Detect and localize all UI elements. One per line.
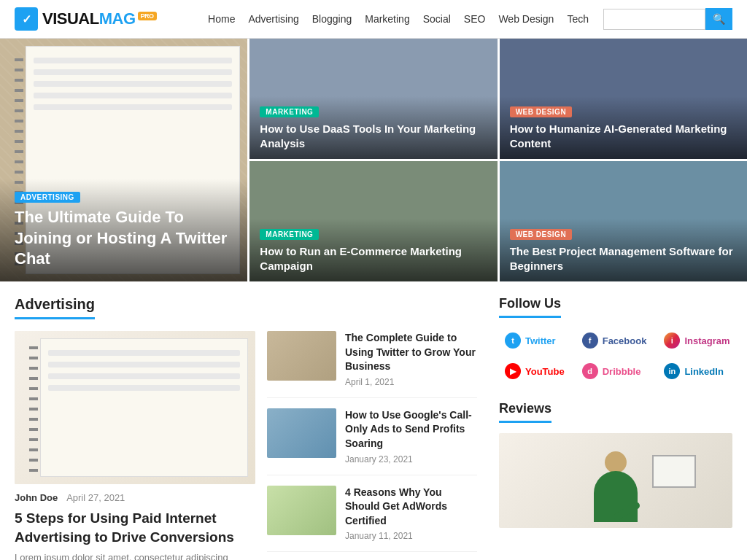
line — [48, 362, 240, 368]
hero-main-overlay: ADVERTISING The Ultimate Guide To Joinin… — [0, 179, 247, 281]
person-body — [594, 471, 638, 522]
social-icon-facebook: f — [582, 332, 598, 349]
article-item[interactable]: SEO is Turning into a Questions and Answ… — [267, 552, 477, 560]
social-label: LinkedIn — [684, 366, 723, 377]
hero-title: How to Humanize AI-Generated Marketing C… — [510, 122, 737, 150]
main-article-title[interactable]: 5 Steps for Using Paid Internet Advertis… — [15, 509, 255, 546]
article-date: April 1, 2021 — [345, 377, 477, 387]
hero-grid: ADVERTISING The Ultimate Guide To Joinin… — [0, 39, 747, 281]
article-info: The Complete Guide to Using Twitter to G… — [345, 331, 477, 387]
line — [34, 81, 232, 87]
follow-us-heading: Follow Us — [499, 296, 561, 318]
reviews-heading: Reviews — [499, 401, 551, 423]
hero-main-title: The Ultimate Guide To Joining or Hosting… — [15, 207, 233, 270]
line — [48, 350, 240, 356]
hero-card-3[interactable]: WEB DESIGN The Best Project Management S… — [500, 161, 747, 281]
article-date: January 23, 2021 — [345, 454, 477, 464]
nav-item-tech[interactable]: Tech — [567, 13, 589, 25]
main-article-area: John Doe April 27, 2021 5 Steps for Usin… — [15, 331, 255, 560]
logo-checkmark: ✓ — [22, 12, 31, 26]
article-info: How to Use Google's Call-Only Ads to Sen… — [345, 408, 477, 464]
article-thumbnail — [267, 331, 336, 381]
notebook-visual — [15, 331, 255, 484]
article-author: John Doe — [15, 492, 58, 503]
page — [40, 338, 248, 477]
whiteboard — [652, 455, 696, 488]
nav-item-blogging[interactable]: Blogging — [312, 13, 352, 25]
social-icon-youtube: ▶ — [505, 363, 521, 379]
search-icon: 🔍 — [713, 13, 725, 25]
reviews-image — [499, 433, 732, 528]
content-area: Advertising — [0, 296, 747, 560]
article-thumbnail — [267, 486, 336, 535]
search-area: 🔍 — [603, 8, 732, 30]
article-item[interactable]: The Complete Guide to Using Twitter to G… — [267, 331, 477, 398]
hero-main-tag: ADVERTISING — [15, 192, 80, 203]
search-input[interactable] — [603, 9, 705, 30]
hero-tag: WEB DESIGN — [510, 106, 572, 117]
advertising-heading: Advertising — [15, 296, 95, 319]
logo-pro-badge: PRO — [138, 12, 157, 20]
article-title[interactable]: How to Use Google's Call-Only Ads to Sen… — [345, 408, 477, 451]
social-label: Facebook — [603, 335, 647, 346]
line — [48, 385, 240, 391]
nav-item-advertising[interactable]: Advertising — [248, 13, 298, 25]
article-item[interactable]: How to Use Google's Call-Only Ads to Sen… — [267, 398, 477, 475]
social-btn-facebook[interactable]: f Facebook — [576, 328, 653, 353]
spiral — [29, 339, 38, 477]
logo[interactable]: ✓ VISUALMAGPRO — [15, 7, 157, 31]
nav-item-home[interactable]: Home — [208, 13, 235, 25]
social-btn-linkedin[interactable]: in LinkedIn — [658, 359, 735, 384]
hero-card-1[interactable]: WEB DESIGN How to Humanize AI-Generated … — [500, 39, 747, 159]
logo-icon: ✓ — [15, 7, 38, 31]
hero-card-0[interactable]: MARKETING How to Use DaaS Tools In Your … — [249, 39, 497, 159]
notebook-image — [15, 331, 255, 484]
article-date: April 27, 2021 — [66, 492, 125, 503]
thumb-image — [267, 331, 336, 381]
social-btn-youtube[interactable]: ▶ YouTube — [499, 359, 570, 384]
search-button[interactable]: 🔍 — [705, 8, 732, 30]
social-icon-dribbble: d — [582, 363, 598, 379]
lines — [41, 339, 247, 408]
header: ✓ VISUALMAGPRO HomeAdvertisingBloggingMa… — [0, 0, 747, 39]
advertising-section: Advertising — [15, 296, 477, 560]
thumb-image — [267, 486, 336, 535]
article-date: January 11, 2021 — [345, 531, 477, 541]
social-btn-instagram[interactable]: i Instagram — [658, 328, 735, 353]
line — [34, 58, 232, 63]
hero-overlay: WEB DESIGN The Best Project Management S… — [500, 219, 747, 281]
person-arm — [612, 501, 641, 522]
hero-overlay: MARKETING How to Run an E-Commerce Marke… — [249, 219, 497, 281]
hero-tag: MARKETING — [260, 106, 319, 117]
hero-title: How to Use DaaS Tools In Your Marketing … — [260, 122, 487, 150]
logo-mag: MAG — [99, 9, 136, 28]
sidebar: Follow Us t Twitter f Facebook i Instagr… — [499, 296, 732, 560]
social-icon-twitter: t — [505, 332, 521, 349]
social-btn-twitter[interactable]: t Twitter — [499, 328, 570, 353]
article-title[interactable]: The Complete Guide to Using Twitter to G… — [345, 331, 477, 374]
social-label: YouTube — [525, 366, 565, 377]
nav-item-web-design[interactable]: Web Design — [498, 13, 554, 25]
article-list: The Complete Guide to Using Twitter to G… — [267, 331, 477, 560]
hero-tag: MARKETING — [260, 229, 319, 240]
reviews-person — [499, 433, 732, 528]
nav-item-social[interactable]: Social — [423, 13, 451, 25]
article-thumbnail — [267, 408, 336, 458]
hero-main-card[interactable]: ADVERTISING The Ultimate Guide To Joinin… — [0, 39, 247, 281]
main-column: Advertising — [15, 296, 477, 560]
nav-item-marketing[interactable]: Marketing — [365, 13, 409, 25]
nav-item-seo[interactable]: SEO — [464, 13, 486, 25]
line — [48, 373, 240, 379]
social-btn-dribbble[interactable]: d Dribbble — [576, 359, 653, 384]
follow-us-section: Follow Us t Twitter f Facebook i Instagr… — [499, 296, 732, 384]
hero-tag: WEB DESIGN — [510, 229, 572, 240]
hero-title: The Best Project Management Software for… — [510, 244, 737, 273]
social-label: Dribbble — [603, 366, 641, 377]
article-item[interactable]: 4 Reasons Why You Should Get AdWords Cer… — [267, 475, 477, 553]
reviews-section: Reviews — [499, 401, 732, 528]
article-title[interactable]: 4 Reasons Why You Should Get AdWords Cer… — [345, 486, 477, 529]
main-article-image — [15, 331, 255, 484]
social-grid: t Twitter f Facebook i Instagram ▶ YouTu… — [499, 328, 732, 384]
hero-card-2[interactable]: MARKETING How to Run an E-Commerce Marke… — [249, 161, 497, 281]
logo-visual: VISUAL — [42, 9, 99, 28]
